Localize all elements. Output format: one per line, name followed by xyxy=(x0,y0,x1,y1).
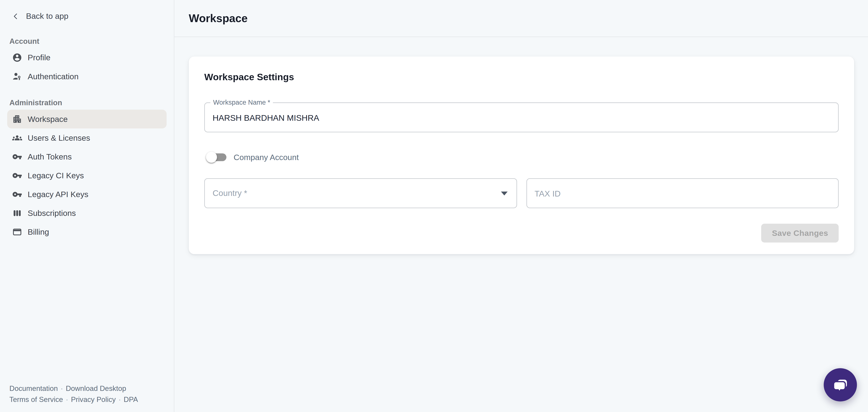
groups-icon xyxy=(12,133,22,143)
chat-icon xyxy=(832,376,849,393)
dropdown-arrow-icon xyxy=(501,192,507,196)
sidebar-item-label: Legacy CI Keys xyxy=(28,171,84,180)
country-select[interactable]: Country * xyxy=(204,178,517,208)
tax-id-field xyxy=(526,178,839,208)
country-tax-row: Country * xyxy=(204,178,839,208)
passkey-icon xyxy=(12,71,22,81)
section-header-account: Account xyxy=(9,37,174,46)
sidebar-spacer xyxy=(0,241,174,383)
key-icon xyxy=(12,152,22,161)
sidebar-item-billing[interactable]: Billing xyxy=(7,223,166,241)
credit-card-icon xyxy=(12,227,22,237)
key-icon xyxy=(12,171,22,180)
documentation-link[interactable]: Documentation xyxy=(9,384,58,393)
sidebar-footer: Documentation·Download Desktop Terms of … xyxy=(0,383,174,412)
sidebar-item-label: Workspace xyxy=(28,115,68,123)
sidebar-item-subscriptions[interactable]: Subscriptions xyxy=(7,204,166,223)
company-account-toggle[interactable] xyxy=(206,152,226,163)
toggle-thumb xyxy=(206,152,217,163)
sidebar-item-profile[interactable]: Profile xyxy=(7,48,166,67)
sidebar-item-label: Authentication xyxy=(28,72,79,81)
chevron-left-icon xyxy=(11,12,20,20)
dpa-link[interactable]: DPA xyxy=(124,395,138,404)
sidebar-item-users-licenses[interactable]: Users & Licenses xyxy=(7,128,166,147)
sidebar-item-legacy-api-keys[interactable]: Legacy API Keys xyxy=(7,185,166,204)
chat-widget-button[interactable] xyxy=(824,368,857,401)
sidebar-item-label: Users & Licenses xyxy=(28,134,90,142)
sidebar-item-label: Billing xyxy=(28,228,49,236)
bars-icon xyxy=(12,208,22,218)
download-desktop-link[interactable]: Download Desktop xyxy=(66,384,126,393)
sidebar-item-workspace[interactable]: Workspace xyxy=(7,110,166,128)
section-header-administration: Administration xyxy=(9,99,174,107)
building-icon xyxy=(12,114,22,124)
footer-separator: · xyxy=(119,395,121,404)
sidebar-item-label: Subscriptions xyxy=(28,209,76,217)
terms-of-service-link[interactable]: Terms of Service xyxy=(9,395,63,404)
workspace-name-input[interactable] xyxy=(205,103,838,132)
sidebar: Back to app Account Profile Authenticati xyxy=(0,0,175,412)
footer-row-1: Documentation·Download Desktop xyxy=(9,383,168,394)
workspace-settings-card: Workspace Settings Workspace Name * Comp… xyxy=(189,56,854,254)
footer-separator: · xyxy=(66,395,68,404)
key-icon xyxy=(12,189,22,199)
footer-row-2: Terms of Service·Privacy Policy·DPA xyxy=(9,394,168,405)
privacy-policy-link[interactable]: Privacy Policy xyxy=(71,395,116,404)
sidebar-item-authentication[interactable]: Authentication xyxy=(7,67,166,86)
country-placeholder: Country * xyxy=(205,179,516,208)
workspace-name-field: Workspace Name * xyxy=(204,102,839,133)
sidebar-item-label: Legacy API Keys xyxy=(28,190,88,199)
sidebar-item-label: Profile xyxy=(28,53,51,62)
card-actions: Save Changes xyxy=(204,224,839,242)
save-changes-button[interactable]: Save Changes xyxy=(762,224,839,242)
main-area: Workspace Workspace Settings Workspace N… xyxy=(175,0,868,412)
page-header: Workspace xyxy=(175,0,868,37)
company-account-row: Company Account xyxy=(204,147,839,168)
profile-icon xyxy=(12,53,22,62)
sidebar-item-auth-tokens[interactable]: Auth Tokens xyxy=(7,147,166,166)
app-root: Back to app Account Profile Authenticati xyxy=(0,0,868,412)
footer-separator: · xyxy=(61,384,63,393)
back-to-app-link[interactable]: Back to app xyxy=(0,7,174,25)
card-title: Workspace Settings xyxy=(204,72,839,83)
workspace-name-label: Workspace Name * xyxy=(210,99,273,107)
content-area: Workspace Settings Workspace Name * Comp… xyxy=(175,37,868,412)
page-title: Workspace xyxy=(189,12,248,25)
company-account-label: Company Account xyxy=(234,153,299,162)
sidebar-item-label: Auth Tokens xyxy=(28,152,72,161)
back-to-app-label: Back to app xyxy=(26,11,68,21)
sidebar-item-legacy-ci-keys[interactable]: Legacy CI Keys xyxy=(7,166,166,185)
tax-id-input[interactable] xyxy=(527,179,838,208)
